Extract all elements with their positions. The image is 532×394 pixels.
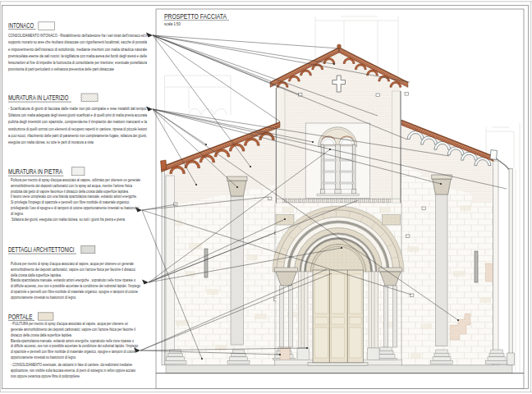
svg-text:premiscelata esente da sali no: premiscelata esente da sali nocivi; la s… bbox=[8, 54, 147, 58]
svg-text:prodotta dal getto di vapore f: prodotta dal getto di vapore favorisce i… bbox=[11, 190, 129, 194]
svg-text:eseguita con malta idonea, su: eseguita con malta idonea, su tutte le p… bbox=[8, 140, 94, 144]
svg-text:INTONACO: INTONACO bbox=[8, 21, 34, 30]
svg-text:pulizia degli interstizi con s: pulizia degli interstizi con spazzole, c… bbox=[8, 120, 147, 124]
svg-text:e impoverimento dell'intonaco: e impoverimento dell'intonaco di sottofo… bbox=[8, 48, 147, 52]
svg-text:Pulitura per mezzo di spray d': Pulitura per mezzo di spray d'acqua asso… bbox=[11, 178, 140, 182]
svg-text:sostituzione di quelli corrosi: sostituzione di quelli corrosi con eleme… bbox=[8, 127, 147, 131]
svg-text:di difficile accesso, ove non: di difficile accesso, ove non è possibil… bbox=[11, 344, 138, 348]
svg-text:Blanda spazzolatura manuale, e: Blanda spazzolatura manuale, evitando az… bbox=[11, 278, 135, 282]
svg-text:di legno.: di legno. bbox=[11, 212, 24, 216]
svg-text:applicazione, non visibile sul: applicazione, non visibile sulla facciat… bbox=[11, 369, 135, 373]
svg-text:opportunamente innestati su ba: opportunamente innestati su bastoncini d… bbox=[11, 355, 76, 360]
svg-text:Pulitura per mezzo di spray d': Pulitura per mezzo di spray d'acqua asso… bbox=[11, 262, 134, 266]
svg-text:di spazzole e pennelli con fib: di spazzole e pennelli con fibre morbide… bbox=[11, 350, 136, 354]
svg-text:- PULITURA per mezzo di spray: - PULITURA per mezzo di spray d'acqua as… bbox=[11, 322, 128, 326]
svg-text:DETTAGLI ARCHITETTONICI: DETTAGLI ARCHITETTONICI bbox=[8, 245, 75, 254]
svg-text:PROSPETTO FACCIATA: PROSPETTO FACCIATA bbox=[164, 12, 227, 21]
svg-text:provvisoria di parti pericolan: provvisoria di parti pericolanti o velin… bbox=[8, 67, 114, 71]
svg-text:generale ammorbidimento dei de: generale ammorbidimento dei depositi car… bbox=[11, 328, 135, 332]
svg-text:di difficile accesso, ove non: di difficile accesso, ove non è possibil… bbox=[11, 284, 140, 288]
svg-text:CONSOLIDAMENTO INTONACO - Rist: CONSOLIDAMENTO INTONACO - Ristabilimento… bbox=[8, 34, 147, 38]
svg-text:ammorbidimento dei depositi ca: ammorbidimento dei depositi carbonatici,… bbox=[11, 268, 135, 272]
svg-text:Stilatura con malta adeguata d: Stilatura con malta adeguata degli stess… bbox=[8, 113, 147, 117]
svg-text:Stilatura dei giunti, eseguita: Stilatura dei giunti, eseguita con malta… bbox=[11, 218, 125, 222]
svg-text:inox oppure ceramica oppure fi: inox oppure ceramica oppure fibra di pol… bbox=[11, 374, 80, 378]
svg-text:fessurazioni al fine di impedi: fessurazioni al fine di impedire la fuor… bbox=[8, 61, 147, 65]
svg-text:PORTALE: PORTALE bbox=[8, 313, 33, 321]
svg-text:scala 1:50: scala 1:50 bbox=[164, 21, 181, 26]
svg-text:privilegiando l'uso di spugne: privilegiando l'uso di spugne e di tampo… bbox=[11, 206, 139, 210]
svg-text:- Scarificatura di giunti di f: - Scarificatura di giunti di facciata da… bbox=[8, 107, 147, 111]
svg-text:- CONSOLIDAMENTO eventuale, da: - CONSOLIDAMENTO eventuale, da valutarsi… bbox=[11, 363, 132, 367]
svg-text:MURATURA IN PIETRA: MURATURA IN PIETRA bbox=[8, 167, 62, 176]
svg-text:Il lavoro viene completato con: Il lavoro viene completato con una bland… bbox=[11, 195, 137, 199]
svg-text:distacco della crosta dalla su: distacco della crosta dalla superficie l… bbox=[11, 333, 72, 337]
svg-text:MURATURA IN LATERIZIO: MURATURA IN LATERIZIO bbox=[8, 94, 69, 102]
svg-text:a cuci-scuci, rifacimento dell: a cuci-scuci, rifacimento delle parti di… bbox=[8, 134, 147, 138]
svg-text:opportunamente innestati su ba: opportunamente innestati su bastoncini d… bbox=[11, 296, 76, 300]
svg-text:della crosta dalla superficie: della crosta dalla superficie lapidea. bbox=[11, 273, 62, 277]
svg-text:Blanda spazzolatura manuale, e: Blanda spazzolatura manuale, evitando az… bbox=[11, 339, 134, 343]
svg-text:Si privilegia l'impiego di spa: Si privilegia l'impiego di spazzole e pe… bbox=[11, 200, 130, 204]
svg-text:di spazzole e pennelli con fib: di spazzole e pennelli con fibre morbide… bbox=[11, 290, 138, 294]
svg-text:supporto murario su aree che r: supporto murario su aree che risultano d… bbox=[8, 40, 147, 44]
svg-text:ammorbidimento dei depositi ca: ammorbidimento dei depositi carbonatici … bbox=[11, 184, 132, 188]
